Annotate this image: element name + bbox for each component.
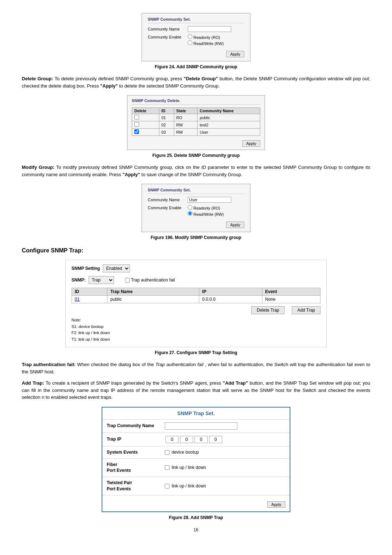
snmp-delete-table: Delete ID State Community Name 01 RO pub… [132, 108, 260, 136]
community-enable-options-196: Readonly (RO) Read/Write (RW) [188, 205, 244, 217]
trap-auth-italic: Trap authentication fail [155, 362, 203, 367]
snmp-box-title-196: SNMP Community Set. [148, 188, 244, 194]
system-events-text: device bootup [172, 450, 199, 455]
community-enable-label-24: Community Enable [148, 34, 188, 39]
delete-checkbox-1[interactable] [132, 114, 159, 121]
id-cell-1: 01 [159, 114, 174, 121]
apply-button-24[interactable]: Apply [226, 51, 244, 57]
trap-id-cell[interactable]: 01 [72, 296, 107, 303]
twisted-pair-events-row: Twisted PairPort Events link up / link d… [102, 477, 290, 495]
trap-auth-para: Trap authentication fail: When checked t… [22, 361, 370, 375]
apply-button-28[interactable]: Apply [267, 501, 285, 508]
figure-28-caption: Figure 28. Add SNMP Trap [169, 515, 223, 520]
trap-col-event: Event [262, 288, 320, 296]
figure-25: SNMP Community Delete. Delete ID State C… [22, 95, 370, 158]
snmp-delete-header-row: Delete ID State Community Name [132, 108, 260, 114]
trap-auth-text1: When checked the dialog box of the [77, 362, 156, 367]
trap-auth-text: Trap authentication fail [131, 278, 175, 283]
add-trap-para: Add Trap: To create a recipient of SNMP … [22, 380, 370, 401]
add-trap-text1: To create a recipient of SNMP traps gene… [46, 380, 223, 386]
figure-27-caption: Figure 27. Configure SNMP Trap Setting [155, 350, 237, 355]
snmp-status-select[interactable]: Enabled [103, 264, 130, 272]
fiber-port-events-label: FiberPort Events [107, 462, 165, 474]
delete-trap-button[interactable]: Delete Trap [251, 306, 285, 314]
trap-ip-octet-1[interactable] [166, 436, 179, 443]
trap-col-ip: IP [199, 288, 262, 296]
radio-readwrite-24[interactable]: Read/Write (RW) [188, 40, 244, 46]
system-events-checkbox[interactable] [165, 450, 170, 455]
trap-ip-octet-2[interactable] [180, 436, 193, 443]
community-name-input-196[interactable] [188, 197, 231, 203]
trap-ip-label: Trap IP [107, 436, 165, 442]
table-row: 03 RW User [132, 129, 260, 136]
col-community-name: Community Name [197, 108, 260, 114]
community-name-value[interactable] [188, 26, 244, 32]
note-line-2: F2: link up / link down [72, 330, 320, 336]
col-state: State [174, 108, 197, 114]
state-cell-2: RW [174, 121, 197, 129]
trap-auth-label[interactable]: Trap authentication fail [125, 278, 175, 283]
delete-group-bold2: "Apply" [100, 83, 118, 89]
apply-row-196: Apply [148, 219, 244, 228]
fiber-port-events-checkbox[interactable] [165, 465, 170, 470]
radio-readonly-196[interactable]: Readonly (RO) [188, 205, 244, 210]
snmp-community-set-box-24: SNMP Community Set. Community Name Commu… [142, 13, 250, 61]
note-line-3: T1: link up / link down [72, 336, 320, 343]
figure-196-caption: Figure 196. Modify SNMP Community group [151, 235, 241, 240]
snmp-community-delete-box: SNMP Community Delete. Delete ID State C… [127, 95, 265, 150]
add-trap-label: Add Trap: [22, 380, 44, 386]
trap-auth-checkbox[interactable] [125, 278, 130, 283]
col-id: ID [159, 108, 174, 114]
community-name-label: Community Name [148, 26, 188, 31]
name-cell-2: test2 [197, 121, 260, 129]
radio-readwrite-196[interactable]: Read/Write (RW) [188, 211, 244, 216]
table-row: 01 RO public [132, 114, 260, 121]
delete-group-text3: to delete the selected SNMP Community Gr… [119, 83, 220, 89]
add-trap-button[interactable]: Add Trap [292, 306, 320, 314]
snmp-setting-row: SNMP Setting Enabled [72, 264, 320, 272]
note-title: Note: [72, 317, 320, 324]
community-enable-label-196: Community Enable [148, 205, 188, 210]
delete-checkbox-3[interactable] [132, 129, 159, 136]
id-cell-3: 03 [159, 129, 174, 136]
community-name-input[interactable] [188, 26, 231, 32]
add-trap-bold: "Add Trap" [223, 380, 248, 386]
figure-25-caption: Figure 25. Delete SNMP Community group [152, 153, 240, 158]
modify-group-text3: to save change of the SNMP Community Gro… [142, 172, 242, 177]
delete-group-label: Delete Group: [22, 76, 53, 81]
state-cell-3: RW [174, 129, 197, 136]
figure-24: SNMP Community Set. Community Name Commu… [22, 13, 370, 69]
spacer [72, 306, 251, 314]
snmp-community-set-box-196: SNMP Community Set. Community Name Commu… [142, 184, 250, 232]
snmp-setting-label: SNMP Setting [72, 266, 100, 271]
community-name-value-196 [188, 197, 244, 203]
snmp-delete-title: SNMP Community Delete. [132, 98, 260, 105]
trap-col-name: Trap Name [107, 288, 199, 296]
twisted-pair-events-text: link up / link down [172, 483, 206, 489]
apply-button-196[interactable]: Apply [226, 222, 244, 228]
delete-checkbox-2[interactable] [132, 121, 159, 129]
apply-button-25[interactable]: Apply [242, 140, 260, 147]
name-cell-3: User [197, 129, 260, 136]
col-delete: Delete [132, 108, 159, 114]
snmp-type-select[interactable]: Trap [89, 276, 114, 284]
trap-name-cell: public [107, 296, 199, 303]
trap-btn-row: Delete Trap Add Trap [72, 306, 320, 314]
radio-readonly-24[interactable]: Readonly (RO) [188, 34, 244, 40]
trap-ip-value [165, 436, 285, 443]
fiber-port-events-value: link up / link down [165, 465, 285, 470]
twisted-pair-events-checkbox[interactable] [165, 484, 170, 489]
snmp-box-title-24: SNMP Community Set. [148, 17, 244, 23]
delete-group-text: To delete previously defined SNMP Commun… [54, 76, 183, 81]
trap-event-cell: None [262, 296, 320, 303]
modify-group-bold: "Apply" [122, 172, 140, 177]
figure-196: SNMP Community Set. Community Name Commu… [22, 184, 370, 240]
figure-24-caption: Figure 24. Add SNMP Community group [155, 64, 237, 69]
trap-community-name-input[interactable] [165, 422, 237, 430]
community-name-row-196: Community Name [148, 197, 244, 203]
system-events-label: System Events [107, 449, 165, 455]
fiber-port-events-text: link up / link down [172, 465, 206, 470]
snmp-trap-set-box: SNMP Trap Set. Trap Community Name Trap … [102, 407, 290, 512]
trap-ip-octet-3[interactable] [195, 436, 208, 443]
trap-ip-octet-4[interactable] [209, 436, 222, 443]
